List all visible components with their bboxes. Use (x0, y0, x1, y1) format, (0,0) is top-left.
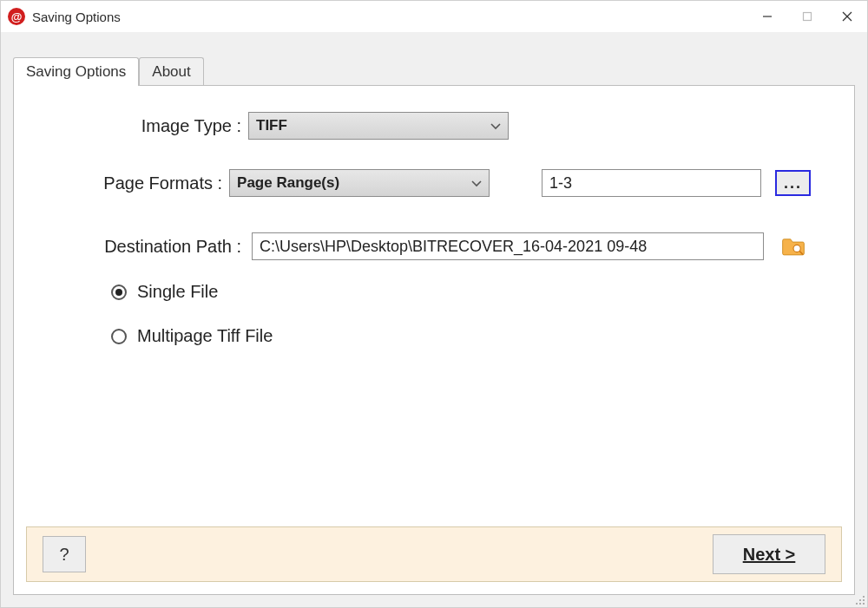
page-range-builder-button[interactable]: ... (775, 170, 811, 196)
tab-saving-options[interactable]: Saving Options (13, 57, 139, 86)
titlebar: @ Saving Options (1, 1, 867, 32)
minimize-button[interactable] (747, 1, 787, 32)
tab-panel-saving-options: Image Type : TIFF Page Formats : Page (13, 85, 855, 595)
row-image-type: Image Type : TIFF (57, 112, 811, 140)
close-button[interactable] (827, 1, 867, 32)
radio-dot-icon (111, 284, 127, 300)
tab-strip: Saving Options About (13, 58, 855, 86)
folder-search-icon (781, 234, 806, 258)
row-page-formats: Page Formats : Page Range(s) ... (57, 169, 811, 197)
radio-group-output-mode: Single File Multipage Tiff File (111, 282, 811, 346)
app-icon: @ (8, 8, 25, 25)
radio-multipage-tiff-label: Multipage Tiff File (137, 326, 273, 346)
label-image-type: Image Type : (57, 116, 248, 136)
minimize-icon (762, 11, 773, 22)
combo-page-formats[interactable]: Page Range(s) (229, 169, 490, 197)
label-destination: Destination Path : (57, 237, 248, 257)
form: Image Type : TIFF Page Formats : Page (14, 112, 854, 370)
next-button[interactable]: Next > (713, 534, 825, 574)
combo-image-type-value: TIFF (256, 117, 287, 134)
maximize-icon (802, 11, 812, 22)
svg-point-11 (863, 603, 865, 605)
close-icon (842, 11, 852, 22)
svg-point-6 (863, 596, 865, 598)
row-destination: Destination Path : (57, 232, 811, 261)
combo-page-formats-value: Page Range(s) (237, 174, 339, 192)
label-page-formats: Page Formats : (57, 173, 229, 193)
svg-rect-1 (804, 13, 812, 21)
chevron-down-icon (471, 174, 482, 192)
browse-folder-button[interactable] (776, 232, 811, 261)
tab-about[interactable]: About (139, 57, 203, 86)
client-area: Saving Options About Image Type : TIFF (1, 32, 867, 607)
help-button[interactable]: ? (43, 536, 86, 572)
radio-single-file-label: Single File (137, 282, 218, 302)
resize-grip-icon[interactable] (853, 593, 865, 605)
tab-container: Saving Options About Image Type : TIFF (13, 58, 855, 595)
window-title: Saving Options (32, 10, 121, 24)
radio-single-file[interactable]: Single File (111, 282, 811, 302)
maximize-button[interactable] (787, 1, 827, 32)
input-page-range[interactable] (542, 169, 761, 197)
svg-point-7 (859, 599, 861, 601)
radio-multipage-tiff[interactable]: Multipage Tiff File (111, 326, 811, 346)
svg-point-9 (856, 603, 858, 605)
input-destination-path[interactable] (252, 232, 764, 260)
radio-dot-icon (111, 329, 127, 344)
chevron-down-icon (490, 117, 501, 134)
window-frame: @ Saving Options Saving Options About Im… (0, 0, 868, 608)
svg-point-10 (859, 603, 861, 605)
footer-bar: ? Next > (26, 526, 842, 582)
combo-image-type[interactable]: TIFF (248, 112, 509, 140)
svg-point-8 (863, 599, 865, 601)
